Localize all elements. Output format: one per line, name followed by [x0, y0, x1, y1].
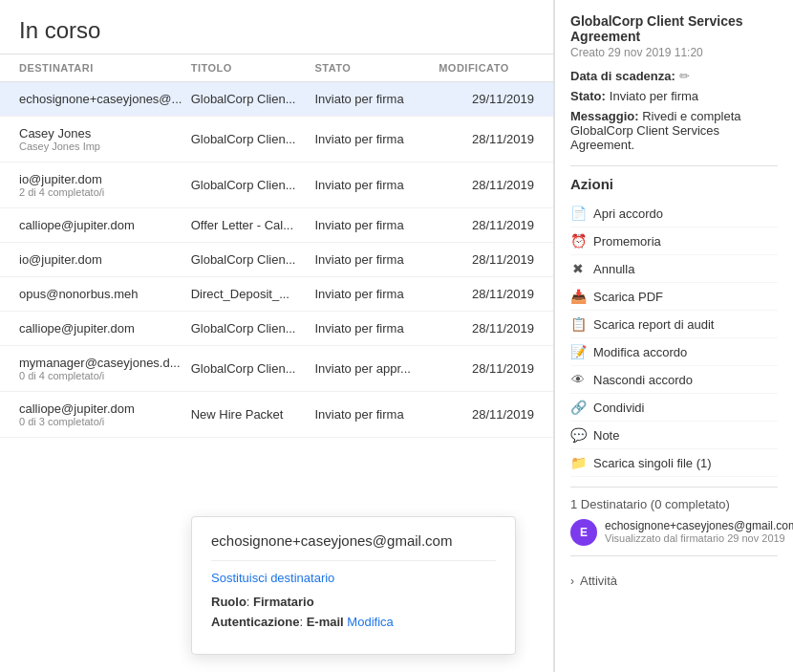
popup-role-value: Firmatario [253, 595, 314, 609]
expiry-label: Data di scadenza: [570, 69, 675, 83]
notes-label: Note [593, 428, 619, 443]
recipient-col: echosignone+caseyjones@... [19, 92, 191, 106]
table-row[interactable]: calliope@jupiter.dom Offer Letter - Cal.… [0, 208, 553, 243]
action-open[interactable]: 📄 Apri accordo [570, 200, 778, 228]
actions-list: 📄 Apri accordo ⏰ Promemoria ✖ Annulla 📥 … [570, 200, 778, 477]
popup-role-label: Ruolo [211, 595, 246, 609]
recipient-sub: 2 di 4 completato/i [19, 186, 191, 198]
recipient-col: Casey Jones Casey Jones Imp [19, 126, 191, 152]
modify-label: Modifica accordo [593, 345, 687, 359]
divider-3 [570, 555, 778, 556]
title-col: GlobalCorp Clien... [191, 132, 315, 146]
open-label: Apri accordo [593, 206, 663, 221]
date-col: 28/11/2019 [439, 287, 534, 301]
agreement-created: Creato 29 nov 2019 11:20 [570, 46, 778, 59]
status-field: Stato: Inviato per firma [570, 89, 778, 103]
recipient-email: io@jupiter.dom [19, 172, 191, 186]
right-panel: GlobalCorp Client Services Agreement Cre… [554, 0, 793, 672]
action-remind[interactable]: ⏰ Promemoria [570, 228, 778, 255]
recipient-email: calliope@jupiter.dom [19, 218, 191, 232]
replace-recipient-link[interactable]: Sostituisci destinatario [211, 571, 334, 585]
activity-label: Attività [580, 574, 617, 588]
remind-label: Promemoria [593, 234, 661, 249]
status-col: Inviato per firma [314, 92, 439, 106]
share-icon: 🔗 [570, 400, 586, 415]
pdf-label: Scarica PDF [593, 290, 663, 304]
status-col: Inviato per firma [314, 252, 439, 267]
recipient-viewed: Visualizzato dal firmatario 29 nov 2019 [605, 532, 793, 544]
action-pdf[interactable]: 📥 Scarica PDF [570, 283, 778, 311]
expiry-edit-icon[interactable]: ✏ [679, 69, 690, 83]
notes-icon: 💬 [570, 427, 586, 443]
recipient-email: calliope@jupiter.dom [19, 321, 191, 336]
table-row[interactable]: calliope@jupiter.dom 0 di 3 completato/i… [0, 392, 553, 438]
hide-label: Nascondi accordo [593, 373, 693, 387]
left-panel: In corso DESTINATARI TITOLO STATO MODIFI… [0, 0, 554, 672]
recipient-sub: 0 di 3 completato/i [19, 416, 191, 427]
action-notes[interactable]: 💬 Note [570, 422, 778, 449]
recipient-email: io@jupiter.dom [19, 252, 191, 267]
popup-auth-field: Autenticazione: E-mail Modifica [211, 615, 496, 629]
title-col: GlobalCorp Clien... [191, 178, 315, 192]
recipient-sub: Casey Jones Imp [19, 141, 191, 152]
table-row[interactable]: opus@nonorbus.meh Direct_Deposit_... Inv… [0, 277, 553, 312]
table-row[interactable]: io@jupiter.dom 2 di 4 completato/i Globa… [0, 163, 553, 208]
status-col: Inviato per firma [314, 287, 439, 301]
divider-1 [570, 165, 778, 166]
recipient-email: opus@nonorbus.meh [19, 287, 191, 301]
title-col: New Hire Packet [191, 407, 315, 422]
recipient-email: echosignone+caseyjones@gmail.com [605, 519, 793, 532]
table-row[interactable]: echosignone+caseyjones@... GlobalCorp Cl… [0, 82, 553, 117]
action-hide[interactable]: 👁 Nascondi accordo [570, 366, 778, 394]
action-modify[interactable]: 📝 Modifica accordo [570, 338, 778, 366]
status-col: Inviato per appr... [314, 361, 439, 376]
message-field: Messaggio: Rivedi e completa GlobalCorp … [570, 109, 778, 152]
table-row[interactable]: calliope@jupiter.dom GlobalCorp Clien...… [0, 312, 553, 346]
open-icon: 📄 [570, 206, 586, 221]
recipient-popup: echosignone+caseyjones@gmail.com Sostitu… [191, 516, 516, 655]
title-col: GlobalCorp Clien... [191, 321, 315, 336]
col-header-status: STATO [314, 62, 439, 74]
recipient-email: Casey Jones [19, 126, 191, 141]
popup-email: echosignone+caseyjones@gmail.com [211, 532, 496, 561]
avatar: E [570, 519, 597, 546]
action-cancel[interactable]: ✖ Annulla [570, 255, 778, 283]
actions-title: Azioni [570, 176, 778, 192]
files-icon: 📁 [570, 455, 586, 470]
hide-icon: 👁 [570, 372, 586, 387]
agreement-title: GlobalCorp Client Services Agreement [570, 13, 778, 44]
modify-icon: 📝 [570, 344, 586, 359]
table-row[interactable]: mymanager@caseyjones.d... 0 di 4 complet… [0, 346, 553, 392]
popup-auth-label: Autenticazione [211, 615, 299, 629]
recipient-col: opus@nonorbus.meh [19, 287, 191, 301]
recipient-col: io@jupiter.dom [19, 252, 191, 267]
audit-label: Scarica report di audit [593, 317, 714, 332]
col-header-title: TITOLO [191, 62, 315, 74]
title-col: GlobalCorp Clien... [191, 361, 315, 376]
date-col: 29/11/2019 [439, 92, 534, 106]
recipient-col: mymanager@caseyjones.d... 0 di 4 complet… [19, 356, 191, 381]
date-col: 28/11/2019 [439, 252, 534, 267]
col-header-recipient: DESTINATARI [19, 62, 191, 74]
popup-role-field: Ruolo: Firmatario [211, 595, 496, 609]
popup-auth-modify-link[interactable]: Modifica [347, 615, 393, 629]
activity-collapsible[interactable]: › Attività [570, 566, 778, 596]
recipient-col: io@jupiter.dom 2 di 4 completato/i [19, 172, 191, 198]
action-files[interactable]: 📁 Scarica singoli file (1) [570, 449, 778, 477]
status-label: Stato: [570, 89, 606, 103]
cancel-icon: ✖ [570, 261, 586, 276]
table-row[interactable]: Casey Jones Casey Jones Imp GlobalCorp C… [0, 117, 553, 163]
message-label: Messaggio: [570, 109, 639, 123]
recipient-email: echosignone+caseyjones@... [19, 92, 191, 106]
action-share[interactable]: 🔗 Condividi [570, 394, 778, 422]
recipient-col: calliope@jupiter.dom 0 di 3 completato/i [19, 401, 191, 427]
status-col: Inviato per firma [314, 407, 439, 422]
table-row[interactable]: io@jupiter.dom GlobalCorp Clien... Invia… [0, 243, 553, 277]
date-col: 28/11/2019 [439, 218, 534, 232]
recipient-sub: 0 di 4 completato/i [19, 370, 191, 381]
popup-auth-value: E-mail [307, 615, 344, 629]
recipient-col: calliope@jupiter.dom [19, 321, 191, 336]
status-value: Inviato per firma [610, 89, 698, 103]
recipient-email: calliope@jupiter.dom [19, 401, 191, 416]
action-audit[interactable]: 📋 Scarica report di audit [570, 311, 778, 338]
